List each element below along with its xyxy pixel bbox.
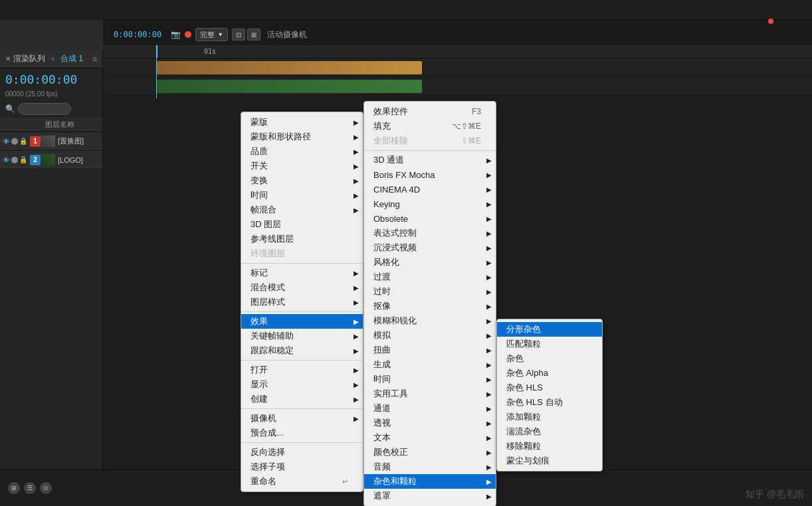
- menu-label-remove-all: 全部移除: [373, 135, 448, 147]
- submenu-arrow: ▶: [354, 396, 359, 403]
- menu-item-noise[interactable]: 杂色: [497, 351, 602, 366]
- menu-item-perspective[interactable]: 透视 ▶: [364, 416, 496, 430]
- menu-item-keyframe-assist[interactable]: 关键帧辅助 ▶: [241, 329, 363, 343]
- menu-label-display: 显示: [251, 379, 348, 390]
- menu-label-keyframe-assist: 关键帧辅助: [251, 330, 348, 342]
- menu-item-marker[interactable]: 标记 ▶: [241, 266, 363, 280]
- menu-label-audio: 音频: [373, 461, 481, 473]
- menu-label-obsolete2: 过时: [373, 286, 481, 297]
- menu-item-switch[interactable]: 开关 ▶: [241, 159, 363, 173]
- menu-item-time-effect[interactable]: 时间 ▶: [364, 372, 496, 386]
- menu-item-transition[interactable]: 过渡 ▶: [364, 270, 496, 284]
- menu-label-utility: 实用工具: [373, 388, 481, 400]
- menu-item-keyer[interactable]: 抠像 ▶: [364, 299, 496, 313]
- submenu-arrow: ▶: [486, 390, 492, 398]
- menu-label-color-correct: 颜色校正: [373, 446, 481, 458]
- submenu-arrow: ▶: [486, 464, 492, 471]
- menu-label-rename: 重命名: [251, 475, 342, 487]
- menu-item-effect[interactable]: 效果 ▶: [241, 314, 363, 329]
- menu-item-mask[interactable]: 蒙版 ▶: [241, 115, 363, 129]
- menu-item-utility[interactable]: 实用工具 ▶: [364, 386, 496, 401]
- menu-item-effect-controls[interactable]: 效果控件 F3: [364, 104, 496, 119]
- submenu-arrow: ▶: [354, 299, 359, 306]
- menu-item-cinema4d[interactable]: CINEMA 4D ▶: [364, 182, 496, 197]
- submenu-arrow: ▶: [354, 270, 359, 277]
- menu-item-add-grain[interactable]: 添加颗粒: [497, 410, 602, 424]
- menu-item-invert-select[interactable]: 反向选择: [241, 445, 363, 460]
- submenu-arrow: ▶: [486, 201, 492, 208]
- menu-item-transform[interactable]: 变换 ▶: [241, 173, 363, 188]
- menu-item-audio[interactable]: 音频 ▶: [364, 460, 496, 474]
- menu-item-open[interactable]: 打开 ▶: [241, 363, 363, 377]
- menu-label-create: 创建: [251, 393, 348, 405]
- submenu-arrow: ▶: [486, 420, 492, 427]
- menu-label-blur-sharpen: 模糊和锐化: [373, 315, 481, 327]
- menu-item-obsolete[interactable]: Obsolete ▶: [364, 211, 496, 226]
- menu-item-blend-mode[interactable]: 混合模式 ▶: [241, 280, 363, 295]
- submenu-arrow: ▶: [486, 288, 492, 295]
- menu-item-remove-grain[interactable]: 移除颗粒: [497, 439, 602, 454]
- menu-item-frame-blend[interactable]: 帧混合 ▶: [241, 203, 363, 217]
- menu-item-distort[interactable]: 扭曲 ▶: [364, 343, 496, 357]
- menu-item-rename[interactable]: 重命名 ↵: [241, 474, 363, 489]
- menu-label-expression-ctrl: 表达式控制: [373, 227, 481, 239]
- menu-item-match-grain[interactable]: 匹配颗粒: [497, 337, 602, 351]
- menu-label-effect: 效果: [251, 315, 348, 327]
- menu-item-3d-layer[interactable]: 3D 图层: [241, 217, 363, 232]
- menu-label-time: 时间: [251, 189, 348, 201]
- menu-item-simulate[interactable]: 模拟 ▶: [364, 328, 496, 343]
- menu-item-expression-ctrl[interactable]: 表达式控制 ▶: [364, 226, 496, 240]
- submenu-arrow: ▶: [486, 244, 492, 252]
- menu-item-select-children[interactable]: 选择子项: [241, 460, 363, 474]
- menu-item-noise-hls-auto[interactable]: 杂色 HLS 自动: [497, 395, 602, 410]
- menu-label-noise-hls-auto: 杂色 HLS 自动: [506, 396, 587, 408]
- menu-label-noise-hls: 杂色 HLS: [506, 382, 587, 394]
- menu-item-dust-scratches[interactable]: 蒙尘与划痕: [497, 454, 602, 468]
- menu-item-channel[interactable]: 通道 ▶: [364, 401, 496, 416]
- submenu-arrow: ▶: [486, 376, 492, 383]
- menu-item-color-correct[interactable]: 颜色校正 ▶: [364, 445, 496, 460]
- submenu-arrow: ▶: [354, 119, 359, 126]
- menu-item-fill[interactable]: 填充 ⌥⇧⌘E: [364, 119, 496, 133]
- menu-item-text-effect[interactable]: 文本 ▶: [364, 430, 496, 445]
- menu-item-generate[interactable]: 生成 ▶: [364, 357, 496, 372]
- menu-item-precomp[interactable]: 预合成...: [241, 426, 363, 440]
- menu-item-time[interactable]: 时间 ▶: [241, 188, 363, 203]
- menu-item-immersive[interactable]: 沉浸式视频 ▶: [364, 240, 496, 255]
- menu-item-obsolete2[interactable]: 过时 ▶: [364, 284, 496, 299]
- menu-item-layer-style[interactable]: 图层样式 ▶: [241, 295, 363, 309]
- menu-item-noise-grain[interactable]: 杂色和颗粒 ▶: [364, 474, 496, 489]
- submenu-arrow: ▶: [354, 381, 359, 388]
- menu-item-stylize[interactable]: 风格化 ▶: [364, 255, 496, 270]
- menu-label-precomp: 预合成...: [251, 427, 348, 439]
- submenu-arrow: ▶: [486, 478, 492, 485]
- menu-label-mask-shape: 蒙版和形状路径: [251, 131, 348, 143]
- submenu-arrow: ▶: [486, 171, 492, 179]
- menu-item-create[interactable]: 创建 ▶: [241, 392, 363, 406]
- menu-item-boris[interactable]: Boris FX Mocha ▶: [364, 167, 496, 182]
- menu-item-matte[interactable]: 遮罩 ▶: [364, 489, 496, 503]
- menu-label-noise-grain: 杂色和颗粒: [373, 475, 481, 487]
- shortcut-fill: ⌥⇧⌘E: [439, 122, 481, 131]
- menu-item-camera[interactable]: 摄像机 ▶: [241, 411, 363, 426]
- menu-item-fractal-noise[interactable]: 分形杂色: [497, 322, 602, 337]
- submenu-arrow: ▶: [486, 434, 492, 442]
- menu-label-channel: 通道: [373, 402, 481, 414]
- menu-item-env-layer[interactable]: 环境图层: [241, 246, 363, 261]
- menu-item-keying[interactable]: Keying ▶: [364, 197, 496, 211]
- submenu-arrow: ▶: [354, 148, 359, 155]
- menu-item-blur-sharpen[interactable]: 模糊和锐化 ▶: [364, 313, 496, 328]
- menu-label-guide-layer: 参考线图层: [251, 233, 348, 245]
- menu-item-mask-shape[interactable]: 蒙版和形状路径 ▶: [241, 129, 363, 144]
- menu-item-display[interactable]: 显示 ▶: [241, 377, 363, 392]
- menu-item-quality[interactable]: 品质 ▶: [241, 144, 363, 159]
- menu-item-turbulent-noise[interactable]: 湍流杂色: [497, 424, 602, 439]
- menu-item-tracking[interactable]: 跟踪和稳定 ▶: [241, 343, 363, 358]
- menu-label-camera: 摄像机: [251, 412, 348, 424]
- menu-item-noise-hls[interactable]: 杂色 HLS: [497, 380, 602, 395]
- menu-item-noise-alpha[interactable]: 杂色 Alpha: [497, 366, 602, 380]
- menu-item-guide-layer[interactable]: 参考线图层: [241, 232, 363, 246]
- menu-item-remove-all[interactable]: 全部移除 ⇧⌘E: [364, 133, 496, 148]
- menu-item-3d-channel[interactable]: 3D 通道 ▶: [364, 153, 496, 167]
- submenu-arrow: ▶: [354, 207, 359, 214]
